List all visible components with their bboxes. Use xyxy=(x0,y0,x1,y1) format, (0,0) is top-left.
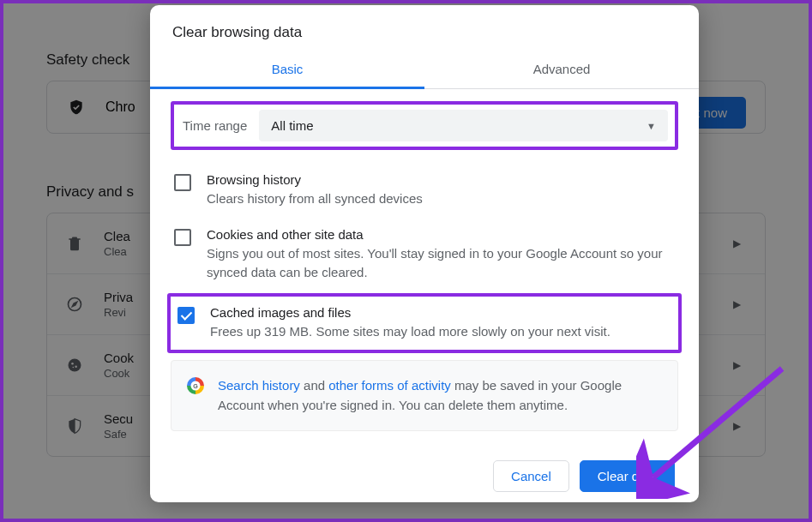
google-logo-icon xyxy=(187,377,204,394)
chevron-right-icon: ▶ xyxy=(733,237,741,249)
chevron-right-icon: ▶ xyxy=(733,359,741,371)
row-title: Cook xyxy=(104,351,134,365)
option-sub: Signs you out of most sites. You'll stay… xyxy=(207,244,675,282)
chevron-down-icon: ▼ xyxy=(647,121,656,131)
time-range-label: Time range xyxy=(181,115,249,136)
time-range-value: All time xyxy=(271,118,313,133)
row-sub: Clea xyxy=(104,245,130,258)
shield-check-icon xyxy=(68,99,85,116)
checkbox-cookies[interactable] xyxy=(174,229,191,246)
svg-point-4 xyxy=(73,367,75,369)
tab-basic[interactable]: Basic xyxy=(150,51,424,88)
info-text: Search history and other forms of activi… xyxy=(218,376,662,415)
option-title: Cached images and files xyxy=(210,305,611,320)
dialog-tabs: Basic Advanced xyxy=(150,51,699,89)
dialog-title: Clear browsing data xyxy=(150,5,699,51)
chevron-right-icon: ▶ xyxy=(733,420,741,432)
option-sub: Frees up 319 MB. Some sites may load mor… xyxy=(210,322,611,341)
option-sub: Clears history from all synced devices xyxy=(207,189,423,208)
option-cookies[interactable]: Cookies and other site data Signs you ou… xyxy=(171,220,678,294)
safety-row-text: Chro xyxy=(105,99,135,115)
trash-icon xyxy=(66,235,83,252)
time-range-row: Time range All time ▼ xyxy=(171,101,678,150)
svg-point-1 xyxy=(69,359,81,372)
chevron-right-icon: ▶ xyxy=(733,298,741,310)
row-sub: Revi xyxy=(104,306,133,319)
option-title: Cookies and other site data xyxy=(207,227,675,242)
row-sub: Cook xyxy=(104,367,134,380)
compass-icon xyxy=(66,296,83,313)
row-title: Secu xyxy=(104,411,133,426)
option-browsing-history[interactable]: Browsing history Clears history from all… xyxy=(171,165,678,220)
svg-point-3 xyxy=(75,365,77,368)
option-title: Browsing history xyxy=(207,172,423,187)
row-title: Clea xyxy=(104,229,130,243)
google-account-info: Search history and other forms of activi… xyxy=(171,360,678,431)
checkbox-browsing-history[interactable] xyxy=(174,174,191,191)
option-cached[interactable]: Cached images and files Frees up 319 MB.… xyxy=(167,293,682,353)
time-range-select[interactable]: All time ▼ xyxy=(259,110,668,141)
search-history-link[interactable]: Search history xyxy=(218,378,300,393)
clear-browsing-data-dialog: Clear browsing data Basic Advanced Time … xyxy=(150,5,699,502)
clear-data-button[interactable]: Clear data xyxy=(580,460,675,492)
shield-half-icon xyxy=(66,417,83,435)
cookie-icon xyxy=(66,357,83,374)
cancel-button[interactable]: Cancel xyxy=(493,460,569,492)
tab-advanced[interactable]: Advanced xyxy=(424,51,699,88)
checkbox-cached[interactable] xyxy=(177,307,195,324)
dialog-actions: Cancel Clear data xyxy=(150,438,699,494)
other-activity-link[interactable]: other forms of activity xyxy=(328,378,451,393)
svg-point-2 xyxy=(71,363,74,365)
row-sub: Safe xyxy=(104,428,133,441)
row-title: Priva xyxy=(104,290,133,304)
